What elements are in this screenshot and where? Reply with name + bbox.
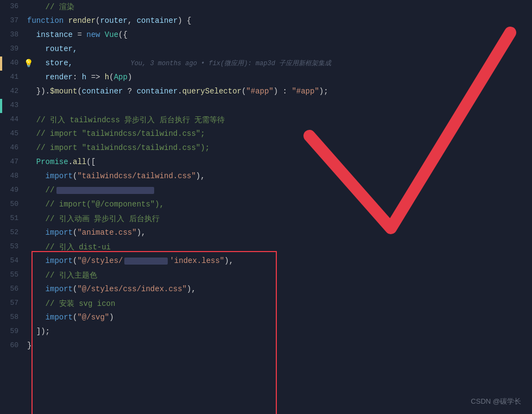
line-content: // import "tailwindcss/tailwind.css"); (25, 141, 532, 155)
token: Promise (27, 158, 68, 166)
token: container (137, 16, 178, 25)
line-content: // (25, 184, 532, 198)
token: "@/svg" (77, 313, 109, 322)
line-number: 41 (2, 71, 25, 85)
token: ? (123, 87, 136, 96)
code-line: 36 // 渲染 (0, 0, 532, 14)
line-content: import("@/svg") (25, 311, 532, 325)
token: container (137, 87, 178, 96)
token: }). (27, 87, 50, 96)
line-content: instance = new Vue({ (25, 28, 532, 42)
token: "#app" (292, 87, 319, 96)
token: => (86, 73, 105, 81)
token: // (27, 186, 54, 195)
token: } (27, 341, 31, 350)
watermark: CSDN @碳学长 (471, 397, 521, 406)
redacted-block (56, 187, 154, 194)
redacted-block (124, 258, 168, 265)
token: $mount (50, 87, 77, 96)
line-content: import("@/styles/css/index.css"), (25, 283, 532, 297)
line-number: 46 (2, 141, 25, 155)
token: instance (27, 30, 73, 39)
git-blame-text: You, 3 months ago • fix(微应用): map3d 子应用新… (84, 60, 331, 67)
line-content: } (25, 339, 532, 353)
code-line: 50 // import("@/components"), (0, 198, 532, 212)
code-line: 49 // (0, 184, 532, 198)
token: ) (109, 313, 113, 322)
line-content: router, (25, 42, 532, 57)
line-number: 43 (2, 99, 25, 113)
code-line: 40💡 store, You, 3 months ago • fix(微应用):… (0, 57, 532, 71)
line-content: // 引入 dist-ui (25, 240, 532, 254)
token: router, (27, 45, 77, 53)
line-content: // import "tailwindcss/tailwind.css"; (25, 127, 532, 141)
line-number: 48 (2, 170, 25, 184)
line-number: 58 (2, 311, 25, 325)
token: // 引入 tailwindcss 异步引入 后台执行 无需等待 (27, 116, 225, 124)
line-number: 47 (2, 155, 25, 170)
token: router (100, 16, 127, 25)
code-line: 52 import("animate.css"), (0, 226, 532, 240)
line-content: // 引入主题色 (25, 268, 532, 283)
token: h (105, 73, 109, 81)
line-number: 40 (2, 57, 25, 71)
line-number: 59 (2, 325, 25, 339)
token: render (27, 73, 73, 81)
code-line: 46 // import "tailwindcss/tailwind.css")… (0, 141, 532, 155)
code-line: 59 ]); (0, 325, 532, 339)
line-content: import("@/styles/'index.less"), (25, 254, 532, 268)
token: ]); (27, 327, 50, 336)
token: import (27, 228, 73, 237)
token: function (27, 16, 68, 25)
line-number: 52 (2, 226, 25, 240)
token: , (128, 16, 137, 25)
line-number: 55 (2, 268, 25, 283)
line-content: store, You, 3 months ago • fix(微应用): map… (25, 57, 532, 71)
line-content: import("animate.css"), (25, 226, 532, 240)
token: new (86, 30, 105, 39)
line-content: // 渲染 (25, 0, 532, 14)
token: // 引入 dist-ui (27, 243, 111, 252)
token: App (114, 73, 128, 81)
token: store, (27, 59, 73, 67)
code-line: 54 import("@/styles/'index.less"), (0, 254, 532, 268)
token: import (27, 172, 73, 180)
token: ) { (178, 16, 191, 25)
line-number: 42 (2, 85, 25, 99)
line-content: ]); (25, 325, 532, 339)
line-content: import("tailwindcss/tailwind.css"), (25, 170, 532, 184)
code-line: 53 // 引入 dist-ui (0, 240, 532, 254)
code-line: 51 // 引入动画 异步引入 后台执行 (0, 212, 532, 226)
token: "@/styles/css/index.css" (77, 285, 187, 293)
line-number: 36 (2, 0, 25, 14)
line-number: 50 (2, 198, 25, 212)
token: "tailwindcss/tailwind.css" (77, 172, 195, 180)
code-area: 36 // 渲染37function render(router, contai… (0, 0, 532, 353)
code-line: 47 Promise.all([ (0, 155, 532, 170)
token: ({ (118, 30, 128, 39)
line-content: // 引入 tailwindcss 异步引入 后台执行 无需等待 (25, 113, 532, 127)
token: : (73, 73, 82, 81)
token: . (68, 158, 73, 166)
code-line: 60} (0, 339, 532, 353)
token: all (73, 158, 86, 166)
token: // 安装 svg icon (27, 299, 115, 308)
token: // import("@/components"), (27, 200, 164, 209)
line-content (25, 99, 532, 113)
code-line: 43 (0, 99, 532, 113)
token: ([ (86, 158, 96, 166)
token: "#app" (246, 87, 273, 96)
code-line: 55 // 引入主题色 (0, 268, 532, 283)
line-content: }).$mount(container ? container.querySel… (25, 85, 532, 99)
line-number: 44 (2, 113, 25, 127)
token: import (27, 256, 73, 265)
line-number: 60 (2, 339, 25, 353)
line-number: 51 (2, 212, 25, 226)
token: = (73, 30, 86, 39)
token: ) (128, 73, 132, 81)
token: h (82, 73, 86, 81)
line-number: 57 (2, 297, 25, 311)
code-line: 41 render: h => h(App) (0, 71, 532, 85)
token: ), (137, 228, 146, 237)
code-line: 48 import("tailwindcss/tailwind.css"), (0, 170, 532, 184)
